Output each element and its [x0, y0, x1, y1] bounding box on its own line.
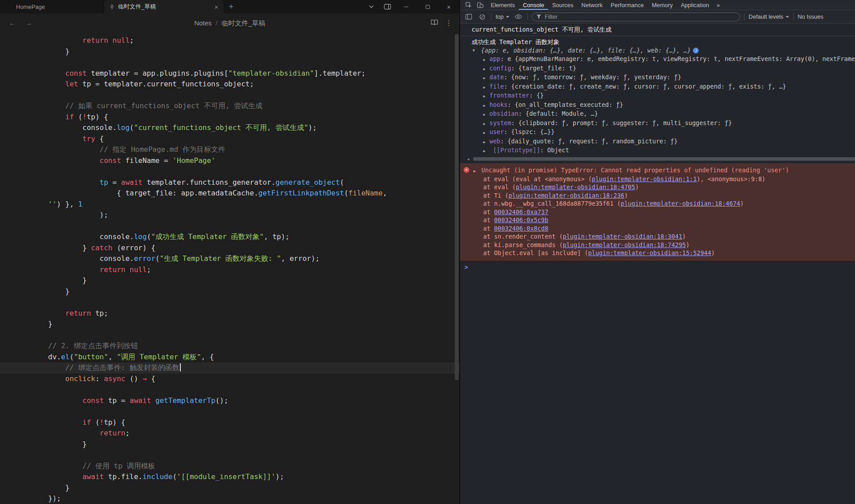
forward-icon[interactable]: → [24, 19, 34, 27]
right-sidebar-toggle-icon[interactable] [379, 0, 395, 13]
object-property-row[interactable]: ▶obsidian: {default: Module, …} [460, 110, 855, 119]
stack-source-link[interactable]: 00032406:0x8cd8 [494, 225, 548, 232]
object-property-row[interactable]: ▶config: {target_file: t} [460, 64, 855, 73]
stack-source-link[interactable]: 00032406:0x5c9b [494, 216, 548, 224]
stack-source-link[interactable]: plugin:templater-obsidian:1:1 [592, 175, 697, 183]
object-property-row[interactable]: ▶web: {daily_quote: ƒ, request: ƒ, rando… [460, 137, 855, 146]
device-toolbar-icon[interactable] [475, 0, 485, 10]
property-key: app [489, 55, 500, 62]
more-panels-icon[interactable]: » [713, 0, 723, 10]
error-icon: × [464, 167, 469, 173]
devtools-tab-memory[interactable]: Memory [648, 0, 677, 10]
tab-bar: HomePage 临时文件_草稿 × + × [0, 0, 460, 13]
code-line [0, 450, 460, 461]
code-line [0, 406, 460, 417]
toolbar-divider [744, 13, 745, 20]
console-prompt[interactable]: > [460, 260, 855, 271]
chevron-down-icon[interactable] [363, 0, 379, 13]
collapsed-triangle-icon[interactable]: ▶ [483, 102, 489, 110]
code-line: // 2. 绑定点击事件到按钮 [0, 341, 460, 352]
property-key: config [489, 65, 511, 72]
stack-source-link[interactable]: plugin:templater-obsidian:18:4674 [621, 200, 740, 207]
object-preview-text: {app: e, obsidian: {…}, date: {…}, file:… [481, 46, 691, 55]
collapsed-triangle-icon[interactable]: ▶ [483, 74, 489, 82]
stack-source-link[interactable]: plugin:templater-obsidian:18:3041 [563, 233, 682, 240]
devtools-tab-network[interactable]: Network [578, 0, 607, 10]
more-options-icon[interactable]: ⋮ [445, 20, 452, 27]
object-property-row[interactable]: ▶frontmatter: {} [460, 91, 855, 101]
prototype-row[interactable]: ▶ [[Prototype]]: Object [460, 146, 855, 155]
object-property-row[interactable]: ▶app: e {appMenuBarManager: e, embedRegi… [460, 55, 855, 64]
collapsed-triangle-icon[interactable]: ▶ [483, 92, 489, 101]
devtools-tab-elements[interactable]: Elements [487, 0, 519, 10]
live-expression-eye-icon[interactable] [513, 12, 523, 22]
collapsed-triangle-icon[interactable]: ▶ [483, 65, 489, 73]
devtools-tab-performance[interactable]: Performance [607, 0, 647, 10]
issues-counter[interactable]: No Issues [798, 13, 825, 20]
maximize-button[interactable] [417, 0, 438, 13]
tab-title: HomePage [16, 4, 45, 10]
collapsed-triangle-icon[interactable]: ▶ [483, 56, 489, 64]
context-selector[interactable]: top [496, 13, 509, 20]
new-tab-button[interactable]: + [224, 0, 239, 13]
devtools-tab-application[interactable]: Application [677, 0, 713, 10]
code-line: return tp; [0, 308, 460, 319]
inspect-element-icon[interactable] [464, 0, 473, 10]
stack-source-link[interactable]: 00032406:0xa737 [494, 208, 548, 215]
object-property-row[interactable]: ▶user: {lspzc: {…}} [460, 128, 855, 137]
collapsed-triangle-icon[interactable]: ▶ [473, 167, 480, 175]
property-value: e {appMenuBarManager: e, embedRegistry: … [508, 55, 855, 62]
collapsed-triangle-icon[interactable]: ▶ [483, 110, 489, 119]
expanded-triangle-icon[interactable]: ▼ [472, 46, 479, 55]
collapsed-triangle-icon[interactable]: ▶ [483, 138, 489, 146]
devtools-pane: ElementsConsoleSourcesNetworkPerformance… [460, 0, 855, 504]
reading-mode-icon[interactable] [431, 19, 438, 28]
property-key: system [489, 119, 511, 126]
breadcrumb: Notes / 临时文件_草稿 [194, 19, 265, 28]
object-property-row[interactable]: ▶system: {clipboard: ƒ, prompt: ƒ, sugge… [460, 119, 855, 128]
tab-close-icon[interactable]: × [212, 2, 221, 11]
tab-homepage[interactable]: HomePage [0, 0, 104, 13]
console-sidebar-icon[interactable] [464, 12, 473, 22]
filter-funnel-icon [536, 14, 542, 19]
prototype-key: [[Prototype]] [493, 146, 540, 154]
console-log-entry: current_functions_object 不可用, 尝试生成 VM227… [460, 24, 855, 36]
object-preview-row[interactable]: ▼ {app: e, obsidian: {…}, date: {…}, fil… [460, 46, 855, 55]
horizontal-scrollbar-thumb[interactable] [473, 157, 855, 161]
editor-scrollbar[interactable] [454, 33, 460, 504]
devtools-tab-sources[interactable]: Sources [548, 0, 578, 10]
devtools-tab-console[interactable]: Console [519, 0, 548, 10]
collapsed-triangle-icon[interactable]: ▶ [483, 147, 489, 155]
console-filter-input[interactable]: Filter [532, 12, 740, 21]
collapsed-triangle-icon[interactable]: ▶ [483, 83, 489, 92]
breadcrumb-root[interactable]: Notes [194, 19, 212, 28]
scroll-left-arrow-icon[interactable]: ◀ [467, 157, 469, 161]
property-key: obsidian [489, 110, 518, 117]
object-property-row[interactable]: ▶date: {now: ƒ, tomorrow: ƒ, weekday: ƒ,… [460, 73, 855, 82]
editor[interactable]: return null; } const templater = app.plu… [0, 33, 460, 504]
tab-draft[interactable]: 临时文件_草稿 × [104, 0, 224, 13]
stack-source-link[interactable]: plugin:templater-obsidian:15:52944 [588, 249, 711, 256]
editor-scrollbar-thumb[interactable] [455, 34, 459, 380]
minimize-button[interactable] [395, 0, 417, 13]
obsidian-pane: HomePage 临时文件_草稿 × + × [0, 0, 460, 504]
object-property-row[interactable]: ▶hooks: {on_all_templates_executed: ƒ} [460, 101, 855, 110]
clear-console-icon[interactable] [477, 12, 487, 22]
breadcrumb-current: 临时文件_草稿 [222, 19, 265, 28]
log-levels-selector[interactable]: Default levels [749, 13, 789, 20]
window-close-button[interactable]: × [438, 0, 460, 13]
code-line [0, 297, 460, 308]
collapsed-triangle-icon[interactable]: ▶ [483, 129, 489, 137]
stack-source-link[interactable]: plugin:templater-obsidian:18:4705 [516, 183, 635, 191]
horizontal-scrollbar[interactable]: ◀ [467, 157, 855, 162]
stack-frame: at ki.parse_commands (plugin:templater-o… [460, 241, 855, 249]
collapsed-triangle-icon[interactable]: ▶ [483, 120, 489, 128]
code-line: { target_file: app.metadataCache.getFirs… [0, 188, 460, 199]
back-icon[interactable]: ← [7, 19, 17, 27]
stack-source-link[interactable]: plugin:templater-obsidian:18:74295 [563, 241, 686, 248]
info-icon: i [693, 48, 699, 53]
object-property-row[interactable]: ▶file: {creation_date: ƒ, create_new: ƒ,… [460, 82, 855, 92]
error-stack: at eval (eval at <anonymous> (plugin:tem… [460, 175, 855, 257]
stack-source-link[interactable]: plugin:templater-obsidian:18:236 [509, 192, 624, 199]
code-line: ); [0, 210, 460, 221]
